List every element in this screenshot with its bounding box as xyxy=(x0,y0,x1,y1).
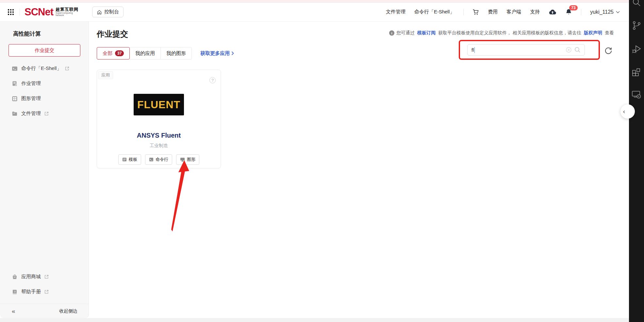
sidebar-bottom: 应用商城 ? 帮助手册 xyxy=(0,274,89,318)
main-area: 作业提交 i 您可通过 模板订阅 获取平台模板使用自定义应用软件， 相关应用模板… xyxy=(89,22,629,318)
notice-bar: i 您可通过 模板订阅 获取平台模板使用自定义应用软件， 相关应用模板的版权信息… xyxy=(389,30,614,36)
collapse-label: 收起侧边 xyxy=(59,308,77,314)
sidebar-item-app-store[interactable]: 应用商城 xyxy=(0,274,89,280)
logo-text: SCNet xyxy=(25,6,53,18)
search-icon[interactable] xyxy=(574,47,581,53)
get-more-apps-link[interactable]: 获取更多应用 xyxy=(200,50,234,57)
nav-divider xyxy=(581,9,581,15)
sidebar-item-job-management[interactable]: 作业管理 xyxy=(0,80,89,87)
app-card-ansys-fluent[interactable]: 应用 ? FLUENT ANSYS Fluent 工业制造 模板 xyxy=(97,70,221,168)
app-actions: 模板 命令行 xyxy=(97,154,221,165)
sidebar-list: 命令行「E-Shell」 作业管理 xyxy=(0,65,89,117)
sidebar-item-file-management[interactable]: 文件管理 xyxy=(0,110,89,117)
chevron-down-icon xyxy=(616,11,620,13)
display-icon xyxy=(180,157,185,162)
sidebar-item-help-manual[interactable]: ? 帮助手册 xyxy=(0,289,89,295)
sidebar-item-job-submit[interactable]: 作业提交 xyxy=(8,44,80,57)
graphics-icon xyxy=(12,96,18,102)
external-link-icon xyxy=(44,275,49,279)
notifications-bell[interactable]: 73 xyxy=(565,8,572,15)
home-icon xyxy=(97,9,102,15)
tab-all-count-badge: 37 xyxy=(115,50,124,56)
nav-client[interactable]: 客户端 xyxy=(506,9,521,15)
sidebar-heading: 高性能计算 xyxy=(13,30,89,38)
app-type-tag: 应用 xyxy=(98,71,113,79)
user-menu[interactable]: yuki_1125 xyxy=(590,9,620,15)
app-category: 工业制造 xyxy=(97,143,221,149)
sidebar-collapse-button[interactable]: « 收起侧边 xyxy=(0,304,89,318)
template-button[interactable]: 模板 xyxy=(118,154,141,165)
folder-icon xyxy=(12,111,18,117)
template-icon xyxy=(122,157,127,162)
tab-my-apps[interactable]: 我的应用 xyxy=(129,47,161,59)
vscode-activity-bar xyxy=(629,0,644,322)
manual-icon: ? xyxy=(12,289,18,295)
copyright-statement-link[interactable]: 版权声明 xyxy=(584,30,602,36)
nav-support[interactable]: 支持 xyxy=(530,9,540,15)
search-activity-icon[interactable] xyxy=(631,0,642,9)
grid-icon xyxy=(8,9,14,15)
search-input-icons xyxy=(566,47,581,53)
help-circle-icon[interactable]: ? xyxy=(209,77,216,83)
collapse-chevrons-icon: « xyxy=(12,308,15,315)
job-management-icon xyxy=(12,81,18,87)
template-subscription-link[interactable]: 模板订阅 xyxy=(417,30,436,36)
search-value: fl xyxy=(471,47,474,53)
external-link-icon xyxy=(44,111,49,116)
refresh-icon xyxy=(604,46,613,55)
chevron-right-icon xyxy=(231,51,234,55)
tab-my-graphics[interactable]: 我的图形 xyxy=(160,47,192,59)
nav-divider xyxy=(463,9,464,15)
command-line-button[interactable]: 命令行 xyxy=(145,154,172,165)
sidebar-item-graphics-management[interactable]: 图形管理 xyxy=(0,95,89,102)
panel-collapse-handle[interactable]: ‹ xyxy=(620,104,635,119)
external-link-icon xyxy=(44,290,49,294)
content-row: 高性能计算 作业提交 命令行「E-Shell」 xyxy=(0,22,629,318)
cart-icon[interactable] xyxy=(472,9,479,15)
source-control-icon[interactable] xyxy=(631,20,642,32)
chevron-left-icon: ‹ xyxy=(623,108,625,115)
text-caret xyxy=(474,47,475,53)
nav-eshell[interactable]: 命令行「E-Shell」 xyxy=(414,9,454,15)
app-launcher-icon[interactable] xyxy=(7,8,15,16)
header-divider xyxy=(20,8,20,16)
annotation-rectangle: fl xyxy=(459,40,600,60)
clear-icon[interactable] xyxy=(566,47,571,53)
scnet-logo[interactable]: SCNet 超算互联网 SuperComputing Network xyxy=(25,6,78,18)
notification-badge: 73 xyxy=(569,5,577,10)
header-nav: 文件管理 命令行「E-Shell」 费用 客户端 支持 xyxy=(386,8,620,16)
app-title: ANSYS Fluent xyxy=(97,132,221,139)
nav-file-management[interactable]: 文件管理 xyxy=(386,9,405,15)
sidebar-item-eshell[interactable]: 命令行「E-Shell」 xyxy=(0,65,89,72)
run-debug-icon[interactable] xyxy=(631,44,642,56)
tab-all[interactable]: 全部 37 xyxy=(97,47,130,59)
remote-explorer-icon[interactable] xyxy=(631,89,642,101)
extensions-icon[interactable] xyxy=(631,66,642,78)
top-accent-strip xyxy=(0,0,629,3)
search-input[interactable]: fl xyxy=(467,44,585,56)
svg-text:?: ? xyxy=(14,290,16,293)
refresh-button[interactable] xyxy=(604,46,613,55)
cloud-upload-icon[interactable] xyxy=(549,8,556,16)
nav-cost[interactable]: 费用 xyxy=(488,9,498,15)
username: yuki_1125 xyxy=(590,9,614,15)
header: SCNet 超算互联网 SuperComputing Network 控制台 文… xyxy=(0,3,629,22)
terminal-icon xyxy=(149,157,154,162)
store-icon xyxy=(12,274,18,280)
sidebar: 高性能计算 作业提交 命令行「E-Shell」 xyxy=(0,22,89,318)
console-button[interactable]: 控制台 xyxy=(92,7,124,17)
terminal-icon xyxy=(12,66,18,72)
graphics-button[interactable]: 图形 xyxy=(176,154,199,165)
info-icon: i xyxy=(389,30,394,36)
external-link-icon xyxy=(65,66,69,71)
annotation-arrow xyxy=(163,159,193,236)
scnet-page: SCNet 超算互联网 SuperComputing Network 控制台 文… xyxy=(0,3,629,318)
fluent-logo: FLUENT xyxy=(134,94,184,115)
logo-tagline: 超算互联网 SuperComputing Network xyxy=(56,7,78,16)
